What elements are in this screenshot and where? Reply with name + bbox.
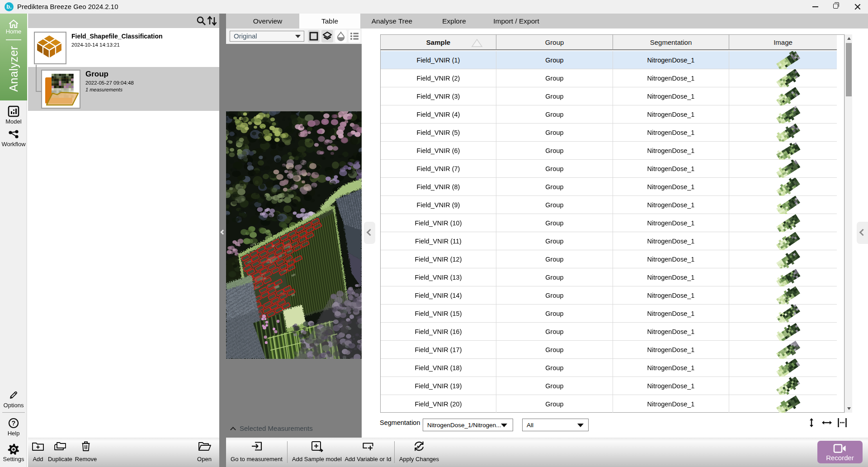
svg-text:?: ?	[12, 419, 16, 427]
